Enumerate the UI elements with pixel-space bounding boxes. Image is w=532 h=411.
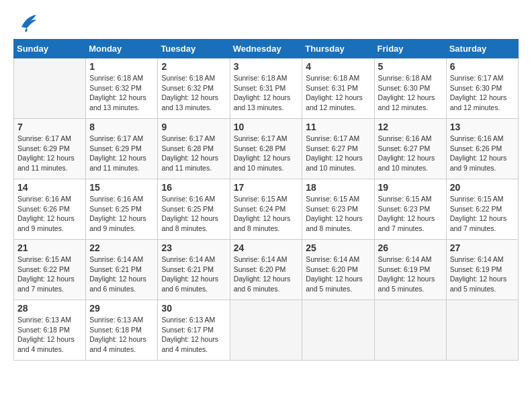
calendar-row-3: 14Sunrise: 6:16 AMSunset: 6:26 PMDayligh… — [14, 179, 519, 240]
day-number: 25 — [306, 242, 370, 253]
day-number: 27 — [450, 242, 515, 253]
calendar-cell: 2Sunrise: 6:18 AMSunset: 6:32 PMDaylight… — [158, 58, 230, 119]
calendar-cell: 27Sunrise: 6:14 AMSunset: 6:19 PMDayligh… — [446, 240, 518, 300]
day-number: 13 — [450, 122, 515, 132]
calendar-cell: 29Sunrise: 6:13 AMSunset: 6:18 PMDayligh… — [86, 300, 158, 361]
calendar-cell: 18Sunrise: 6:15 AMSunset: 6:23 PMDayligh… — [302, 179, 374, 240]
day-number: 1 — [89, 61, 154, 72]
cell-info: Sunrise: 6:13 AMSunset: 6:18 PMDaylight:… — [17, 315, 82, 355]
day-number: 20 — [450, 182, 515, 193]
cell-info: Sunrise: 6:16 AMSunset: 6:26 PMDaylight:… — [17, 194, 82, 234]
day-number: 22 — [89, 242, 154, 253]
calendar-cell: 21Sunrise: 6:15 AMSunset: 6:22 PMDayligh… — [14, 240, 86, 300]
day-number: 23 — [161, 242, 226, 253]
calendar-cell — [302, 300, 374, 361]
header-thursday: Thursday — [302, 40, 374, 58]
cell-info: Sunrise: 6:16 AMSunset: 6:25 PMDaylight:… — [161, 194, 226, 234]
cell-info: Sunrise: 6:16 AMSunset: 6:27 PMDaylight:… — [378, 134, 443, 173]
calendar-table: SundayMondayTuesdayWednesdayThursdayFrid… — [13, 39, 519, 361]
cell-info: Sunrise: 6:14 AMSunset: 6:20 PMDaylight:… — [306, 255, 370, 294]
calendar-cell: 1Sunrise: 6:18 AMSunset: 6:32 PMDaylight… — [86, 58, 158, 119]
cell-info: Sunrise: 6:15 AMSunset: 6:22 PMDaylight:… — [17, 255, 82, 294]
day-number: 5 — [378, 61, 443, 72]
header-friday: Friday — [374, 40, 446, 58]
calendar-row-5: 28Sunrise: 6:13 AMSunset: 6:18 PMDayligh… — [14, 300, 519, 361]
calendar-cell: 25Sunrise: 6:14 AMSunset: 6:20 PMDayligh… — [302, 240, 374, 300]
calendar-cell: 8Sunrise: 6:17 AMSunset: 6:29 PMDaylight… — [86, 119, 158, 179]
calendar-row-1: 1Sunrise: 6:18 AMSunset: 6:32 PMDaylight… — [14, 58, 519, 119]
header-saturday: Saturday — [446, 40, 518, 58]
day-number: 8 — [89, 122, 154, 132]
day-number: 4 — [306, 61, 370, 72]
cell-info: Sunrise: 6:17 AMSunset: 6:29 PMDaylight:… — [17, 134, 82, 173]
calendar-cell: 7Sunrise: 6:17 AMSunset: 6:29 PMDaylight… — [14, 119, 86, 179]
calendar-cell: 15Sunrise: 6:16 AMSunset: 6:25 PMDayligh… — [86, 179, 158, 240]
day-number: 7 — [17, 122, 82, 132]
calendar-body: 1Sunrise: 6:18 AMSunset: 6:32 PMDaylight… — [14, 58, 519, 361]
day-number: 21 — [17, 242, 82, 253]
calendar-cell — [446, 300, 518, 361]
cell-info: Sunrise: 6:14 AMSunset: 6:21 PMDaylight:… — [89, 255, 154, 294]
logo-bird-icon — [16, 13, 38, 32]
calendar-cell: 19Sunrise: 6:15 AMSunset: 6:23 PMDayligh… — [374, 179, 446, 240]
cell-info: Sunrise: 6:17 AMSunset: 6:28 PMDaylight:… — [234, 134, 299, 173]
calendar-cell: 9Sunrise: 6:17 AMSunset: 6:28 PMDaylight… — [158, 119, 230, 179]
calendar-cell: 13Sunrise: 6:16 AMSunset: 6:26 PMDayligh… — [446, 119, 518, 179]
cell-info: Sunrise: 6:14 AMSunset: 6:21 PMDaylight:… — [161, 255, 226, 294]
calendar-cell: 10Sunrise: 6:17 AMSunset: 6:28 PMDayligh… — [230, 119, 302, 179]
cell-info: Sunrise: 6:15 AMSunset: 6:23 PMDaylight:… — [378, 194, 443, 234]
cell-info: Sunrise: 6:15 AMSunset: 6:23 PMDaylight:… — [306, 194, 370, 234]
cell-info: Sunrise: 6:16 AMSunset: 6:25 PMDaylight:… — [89, 194, 154, 234]
cell-info: Sunrise: 6:14 AMSunset: 6:20 PMDaylight:… — [234, 255, 299, 294]
calendar-cell: 30Sunrise: 6:13 AMSunset: 6:17 PMDayligh… — [158, 300, 230, 361]
day-number: 14 — [17, 182, 82, 193]
calendar-row-2: 7Sunrise: 6:17 AMSunset: 6:29 PMDaylight… — [14, 119, 519, 179]
day-number: 18 — [306, 182, 370, 193]
day-number: 15 — [89, 182, 154, 193]
day-number: 30 — [161, 303, 226, 314]
day-number: 29 — [89, 303, 154, 314]
day-number: 17 — [234, 182, 299, 193]
cell-info: Sunrise: 6:15 AMSunset: 6:24 PMDaylight:… — [234, 194, 299, 234]
calendar-cell: 12Sunrise: 6:16 AMSunset: 6:27 PMDayligh… — [374, 119, 446, 179]
logo — [13, 13, 38, 32]
calendar-header: SundayMondayTuesdayWednesdayThursdayFrid… — [14, 40, 519, 58]
header-wednesday: Wednesday — [230, 40, 302, 58]
calendar-cell: 3Sunrise: 6:18 AMSunset: 6:31 PMDaylight… — [230, 58, 302, 119]
cell-info: Sunrise: 6:14 AMSunset: 6:19 PMDaylight:… — [378, 255, 443, 294]
day-number: 26 — [378, 242, 443, 253]
day-number: 24 — [234, 242, 299, 253]
cell-info: Sunrise: 6:15 AMSunset: 6:22 PMDaylight:… — [450, 194, 515, 234]
calendar-cell: 23Sunrise: 6:14 AMSunset: 6:21 PMDayligh… — [158, 240, 230, 300]
calendar-cell: 14Sunrise: 6:16 AMSunset: 6:26 PMDayligh… — [14, 179, 86, 240]
calendar-cell: 20Sunrise: 6:15 AMSunset: 6:22 PMDayligh… — [446, 179, 518, 240]
day-number: 9 — [161, 122, 226, 132]
header-row: SundayMondayTuesdayWednesdayThursdayFrid… — [14, 40, 519, 58]
day-number: 2 — [161, 61, 226, 72]
cell-info: Sunrise: 6:16 AMSunset: 6:26 PMDaylight:… — [450, 134, 515, 173]
header-sunday: Sunday — [14, 40, 86, 58]
calendar-cell: 22Sunrise: 6:14 AMSunset: 6:21 PMDayligh… — [86, 240, 158, 300]
day-number: 28 — [17, 303, 82, 314]
cell-info: Sunrise: 6:18 AMSunset: 6:31 PMDaylight:… — [306, 73, 370, 113]
calendar-cell: 16Sunrise: 6:16 AMSunset: 6:25 PMDayligh… — [158, 179, 230, 240]
calendar-cell: 24Sunrise: 6:14 AMSunset: 6:20 PMDayligh… — [230, 240, 302, 300]
cell-info: Sunrise: 6:18 AMSunset: 6:32 PMDaylight:… — [89, 73, 154, 113]
day-number: 11 — [306, 122, 370, 132]
calendar-cell: 17Sunrise: 6:15 AMSunset: 6:24 PMDayligh… — [230, 179, 302, 240]
cell-info: Sunrise: 6:17 AMSunset: 6:28 PMDaylight:… — [161, 134, 226, 173]
calendar-cell — [374, 300, 446, 361]
calendar-cell: 5Sunrise: 6:18 AMSunset: 6:30 PMDaylight… — [374, 58, 446, 119]
cell-info: Sunrise: 6:14 AMSunset: 6:19 PMDaylight:… — [450, 255, 515, 294]
cell-info: Sunrise: 6:18 AMSunset: 6:30 PMDaylight:… — [378, 73, 443, 113]
day-number: 19 — [378, 182, 443, 193]
cell-info: Sunrise: 6:17 AMSunset: 6:29 PMDaylight:… — [89, 134, 154, 173]
day-number: 10 — [234, 122, 299, 132]
day-number: 6 — [450, 61, 515, 72]
calendar-row-4: 21Sunrise: 6:15 AMSunset: 6:22 PMDayligh… — [14, 240, 519, 300]
header-monday: Monday — [86, 40, 158, 58]
calendar-cell: 4Sunrise: 6:18 AMSunset: 6:31 PMDaylight… — [302, 58, 374, 119]
page-header — [13, 13, 519, 32]
header-tuesday: Tuesday — [158, 40, 230, 58]
day-number: 3 — [234, 61, 299, 72]
